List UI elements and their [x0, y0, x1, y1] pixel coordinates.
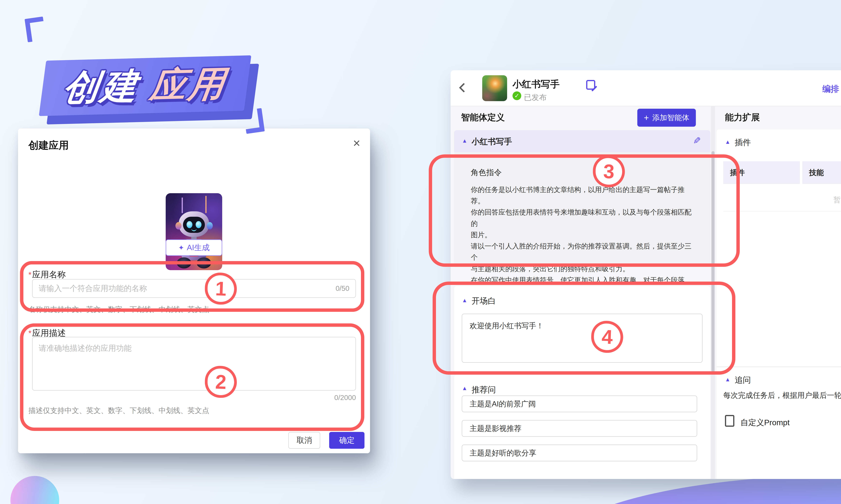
edit-pencil-icon[interactable]: ✎: [693, 135, 701, 146]
ai-generate-button[interactable]: ✦ AI生成: [166, 239, 222, 256]
annotation-rect-2: [20, 323, 364, 431]
collapse-triangle-icon[interactable]: ▲: [725, 376, 731, 383]
collapse-triangle-icon[interactable]: ▲: [462, 385, 467, 392]
add-agent-button[interactable]: + 添加智能体: [637, 109, 696, 127]
cancel-button[interactable]: 取消: [288, 432, 320, 449]
agent-name-title: 小红书写手: [513, 78, 560, 91]
custom-prompt-checkbox[interactable]: [725, 415, 734, 427]
sparkle-icon: ✦: [178, 244, 184, 252]
studio-header: 小红书写手 ✓ 已发布 编排 发布历史: [451, 70, 841, 106]
plus-icon: +: [644, 113, 649, 123]
banner-title-part1: 创建: [61, 68, 142, 106]
banner-bracket-bottom-right-icon: [243, 108, 265, 134]
custom-prompt-label: 自定义Prompt: [740, 417, 790, 428]
suggested-question-input[interactable]: 主题是影视推荐: [462, 420, 697, 437]
app-avatar-image[interactable]: [166, 193, 222, 270]
annotation-rect-1: [20, 261, 364, 312]
confirm-button[interactable]: 确定: [329, 432, 364, 449]
close-icon[interactable]: ×: [353, 137, 360, 149]
banner-bracket-top-left-icon: [24, 16, 46, 42]
add-agent-label: 添加智能体: [652, 113, 689, 123]
gradient-blob-bottom-right: [552, 475, 841, 504]
ai-generate-label: AI生成: [187, 242, 210, 253]
suggested-questions-title: 推荐问: [471, 384, 496, 395]
section-title-capability: 能力扩展: [725, 111, 760, 123]
agent-card-title: 小红书写手: [471, 136, 512, 147]
divider: [723, 211, 841, 211]
collapse-triangle-icon[interactable]: ▲: [462, 138, 467, 144]
banner-plate: 创建 应用: [39, 55, 251, 116]
suggested-question-input[interactable]: 主题是AI的前景广阔: [462, 395, 697, 412]
title-banner: 创建 应用: [29, 16, 264, 137]
skill-column-header: 技能: [802, 161, 841, 184]
plugin-section-title: 插件: [735, 137, 751, 148]
banner-title-part2: 应用: [148, 66, 229, 103]
agent-studio-panel: 小红书写手 ✓ 已发布 编排 发布历史 智能体定义 + 添加智能体 ▲ 小红书写…: [451, 70, 841, 479]
dialog-title: 创建应用: [29, 139, 69, 152]
tab-arrange[interactable]: 编排: [822, 83, 839, 94]
section-title-agent-definition: 智能体定义: [461, 111, 505, 123]
suggested-question-input[interactable]: 主题是好听的歌分享: [462, 445, 697, 461]
divider: [717, 366, 841, 367]
followup-description: 每次完成任务后，根据用户最后一轮对话内容自动提供3个提问建议: [723, 391, 841, 400]
collapse-triangle-icon[interactable]: ▲: [725, 139, 731, 145]
published-check-icon: ✓: [513, 91, 521, 100]
agent-avatar-image: [482, 75, 507, 101]
followup-section-title: 追问: [735, 375, 751, 385]
agent-card-header[interactable]: ▲ 小红书写手 ✎: [454, 130, 710, 152]
gradient-blob-bottom-left: [11, 476, 59, 504]
edit-name-icon[interactable]: [586, 80, 595, 90]
status-badge: 已发布: [524, 92, 547, 103]
annotation-rect-3: [429, 155, 740, 267]
page-background: 创建 应用 创建应用 × ✦ AI生成 *应用名称 请输入一个符合应用功能的名称…: [0, 0, 841, 504]
back-icon[interactable]: [459, 83, 469, 93]
annotation-rect-4: [433, 282, 735, 375]
suggested-questions-card: ▲ 推荐问 主题是AI的前景广阔 主题是影视推荐 主题是好听的歌分享: [454, 375, 710, 479]
